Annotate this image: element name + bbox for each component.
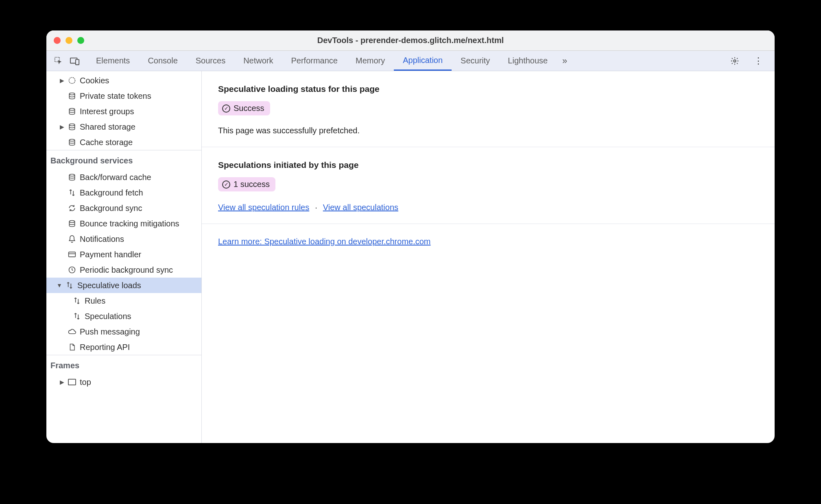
sidebar-item-frame-top[interactable]: ▶ top [46,374,201,390]
sidebar-item-label: Cookies [80,76,109,85]
tab-application[interactable]: Application [394,51,452,71]
tab-network[interactable]: Network [234,51,282,71]
sidebar-item-label: top [80,378,91,387]
learn-more-link[interactable]: Learn more: Speculative loading on devel… [218,237,431,246]
minimize-window-button[interactable] [66,37,72,44]
section-heading: Speculations initiated by this page [218,160,758,170]
maximize-window-button[interactable] [77,37,84,44]
svg-point-3 [734,60,736,62]
sidebar-item-label: Reporting API [80,343,130,352]
sidebar-section-background-services: Background services [46,150,201,169]
arrows-icon [72,296,81,305]
sidebar-item-private-state-tokens[interactable]: Private state tokens [46,88,201,104]
speculations-section: Speculations initiated by this page ✓ 1 … [202,147,775,224]
application-panel: Speculative loading status for this page… [202,71,775,443]
sidebar-item-bounce-tracking[interactable]: Bounce tracking mitigations [46,216,201,231]
view-speculations-link[interactable]: View all speculations [323,203,398,212]
svg-point-9 [69,174,74,176]
sidebar-item-background-sync[interactable]: Background sync [46,200,201,216]
check-circle-icon: ✓ [222,180,230,189]
sync-icon [68,204,76,213]
svg-point-5 [69,93,74,95]
devtools-window: DevTools - prerender-demos.glitch.me/nex… [46,30,775,443]
more-tabs-icon[interactable]: » [557,53,573,69]
sidebar-item-label: Speculations [85,312,131,321]
sidebar-item-interest-groups[interactable]: Interest groups [46,104,201,119]
database-icon [68,91,76,100]
credit-card-icon [68,250,76,259]
sidebar-item-back-forward-cache[interactable]: Back/forward cache [46,169,201,185]
tab-lighthouse[interactable]: Lighthouse [499,51,557,71]
status-badge-label: Success [234,104,264,113]
sidebar-item-label: Notifications [80,235,124,244]
learn-more-section: Learn more: Speculative loading on devel… [202,224,775,258]
frame-icon [68,378,76,387]
svg-rect-2 [76,59,79,65]
sidebar-item-reporting-api[interactable]: Reporting API [46,339,201,355]
tab-performance[interactable]: Performance [282,51,347,71]
sidebar-item-push-messaging[interactable]: Push messaging [46,324,201,339]
traffic-lights [54,37,84,44]
database-icon [68,138,76,147]
sidebar-item-label: Payment handler [80,250,141,259]
sidebar-item-periodic-sync[interactable]: Periodic background sync [46,262,201,278]
database-icon [68,173,76,182]
sidebar-item-shared-storage[interactable]: ▶ Shared storage [46,119,201,135]
sidebar-item-payment-handler[interactable]: Payment handler [46,247,201,262]
svg-point-4 [69,78,75,84]
sidebar-item-label: Cache storage [80,138,133,147]
tab-elements[interactable]: Elements [87,51,139,71]
arrows-icon [65,281,74,290]
database-icon [68,107,76,116]
settings-icon[interactable] [727,53,743,69]
caret-right-icon: ▶ [59,77,64,84]
sidebar-item-label: Push messaging [80,327,140,337]
cloud-icon [68,327,76,336]
speculative-status-section: Speculative loading status for this page… [202,71,775,147]
separator-dot: · [315,203,317,212]
sidebar-item-label: Bounce tracking mitigations [80,219,179,228]
caret-down-icon: ▼ [57,282,62,289]
sidebar-item-notifications[interactable]: Notifications [46,231,201,247]
sidebar-item-speculations[interactable]: Speculations [46,308,201,324]
status-description: This page was successfully prefetched. [218,126,758,135]
tab-security[interactable]: Security [452,51,499,71]
speculation-links: View all speculation rules · View all sp… [218,203,758,212]
sidebar-item-cookies[interactable]: ▶ Cookies [46,73,201,88]
application-sidebar: ▶ Cookies Private state tokens Interest … [46,71,202,443]
main-toolbar: Elements Console Sources Network Perform… [46,51,775,71]
svg-point-7 [69,124,74,126]
svg-rect-11 [69,252,76,257]
sidebar-item-label: Speculative loads [77,281,141,290]
sidebar-item-label: Periodic background sync [80,265,173,275]
device-toolbar-icon[interactable] [67,53,83,69]
caret-right-icon: ▶ [59,379,64,385]
window-title: DevTools - prerender-demos.glitch.me/nex… [46,36,775,45]
sidebar-item-label: Background fetch [80,188,143,198]
tab-memory[interactable]: Memory [347,51,394,71]
inspect-element-icon[interactable] [50,53,67,69]
status-badge-success: ✓ Success [218,101,270,115]
tab-sources[interactable]: Sources [187,51,234,71]
status-badge-label: 1 success [234,180,270,189]
svg-point-10 [69,221,74,223]
sidebar-item-background-fetch[interactable]: Background fetch [46,185,201,200]
arrows-icon [72,312,81,321]
status-badge-count: ✓ 1 success [218,177,275,191]
sidebar-item-label: Shared storage [80,122,135,132]
database-icon [68,219,76,228]
sidebar-item-label: Interest groups [80,107,134,116]
sidebar-item-label: Back/forward cache [80,173,151,182]
more-options-icon[interactable]: ⋮ [750,53,766,69]
sidebar-item-rules[interactable]: Rules [46,293,201,308]
panel-body: ▶ Cookies Private state tokens Interest … [46,71,775,443]
check-circle-icon: ✓ [222,104,230,113]
sidebar-item-label: Private state tokens [80,91,151,101]
sidebar-item-speculative-loads[interactable]: ▼ Speculative loads [46,278,201,293]
bell-icon [68,235,76,243]
cookie-icon [68,76,76,85]
sidebar-item-cache-storage[interactable]: Cache storage [46,135,201,150]
tab-console[interactable]: Console [139,51,186,71]
close-window-button[interactable] [54,37,61,44]
view-rules-link[interactable]: View all speculation rules [218,203,309,212]
